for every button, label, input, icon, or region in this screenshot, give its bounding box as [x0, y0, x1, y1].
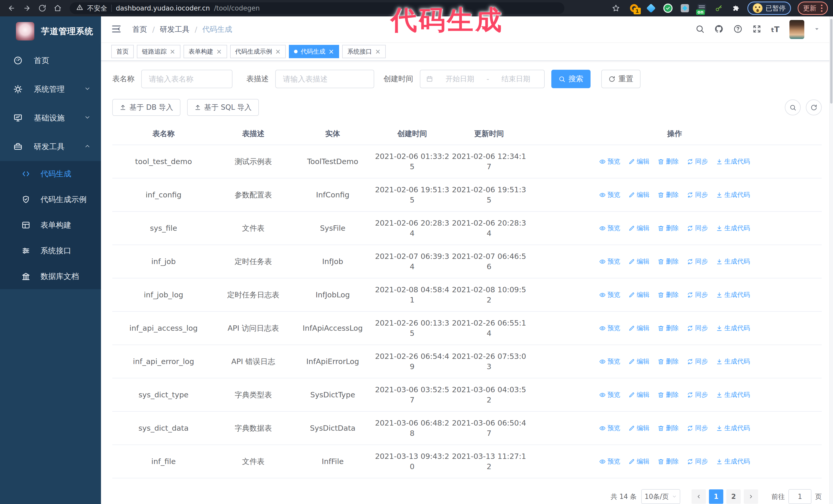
scrollbar-thumb[interactable] — [830, 19, 832, 103]
edit-action[interactable]: 编辑 — [628, 157, 649, 167]
preview-action[interactable]: 预览 — [599, 290, 620, 300]
browser-update-button[interactable]: 更新 — [798, 2, 828, 15]
delete-action[interactable]: 删除 — [658, 423, 679, 433]
preview-action[interactable]: 预览 — [599, 390, 620, 400]
header-search-icon[interactable] — [695, 24, 705, 34]
generate-code-action[interactable]: 生成代码 — [716, 390, 750, 400]
sync-action[interactable]: 同步 — [687, 323, 708, 333]
fullscreen-icon[interactable] — [752, 24, 761, 34]
sync-action[interactable]: 同步 — [687, 190, 708, 200]
generate-code-action[interactable]: 生成代码 — [716, 256, 750, 267]
browser-forward-button[interactable] — [21, 2, 33, 15]
preview-action[interactable]: 预览 — [599, 190, 620, 200]
preview-action[interactable]: 预览 — [599, 423, 620, 433]
more-vertical-icon[interactable] — [821, 5, 823, 12]
edit-action[interactable]: 编辑 — [628, 290, 649, 300]
sidebar-item-codegen-demo[interactable]: 代码生成示例 — [0, 187, 101, 212]
browser-home-button[interactable] — [51, 2, 64, 15]
tab-close-icon[interactable] — [328, 48, 334, 55]
import-sql-button[interactable]: 基于 SQL 导入 — [187, 99, 259, 116]
window-scrollbar[interactable] — [829, 17, 833, 504]
generate-code-action[interactable]: 生成代码 — [716, 190, 750, 200]
goto-page-input[interactable] — [788, 489, 811, 504]
tab-form-builder[interactable]: 表单构建 — [184, 45, 227, 58]
delete-action[interactable]: 删除 — [658, 256, 679, 267]
prev-page-button[interactable] — [691, 489, 706, 504]
sidebar-item-db-doc[interactable]: 数据库文档 — [0, 264, 101, 289]
preview-action[interactable]: 预览 — [599, 356, 620, 367]
extension-orange-icon[interactable]: 1 — [629, 3, 639, 13]
extension-check-icon[interactable] — [663, 3, 673, 13]
generate-code-action[interactable]: 生成代码 — [716, 456, 750, 466]
delete-action[interactable]: 删除 — [658, 390, 679, 400]
generate-code-action[interactable]: 生成代码 — [716, 157, 750, 167]
sidebar-item-form-builder[interactable]: 表单构建 — [0, 212, 101, 238]
sidebar-logo[interactable]: 芋道管理系统 — [0, 17, 101, 46]
sync-action[interactable]: 同步 — [687, 256, 708, 267]
reset-button[interactable]: 重置 — [601, 70, 641, 88]
edit-action[interactable]: 编辑 — [628, 190, 649, 200]
edit-action[interactable]: 编辑 — [628, 356, 649, 367]
sidebar-item-codegen[interactable]: 代码生成 — [0, 161, 101, 187]
extension-key-icon[interactable] — [714, 3, 724, 13]
breadcrumb-devtools[interactable]: 研发工具 — [160, 24, 190, 34]
sync-action[interactable]: 同步 — [687, 390, 708, 400]
extension-gem-icon[interactable] — [646, 3, 656, 13]
toggle-search-button[interactable] — [785, 99, 801, 115]
sync-action[interactable]: 同步 — [687, 456, 708, 466]
extensions-puzzle-icon[interactable] — [731, 3, 741, 13]
browser-back-button[interactable] — [5, 2, 18, 15]
delete-action[interactable]: 删除 — [658, 190, 679, 200]
sync-action[interactable]: 同步 — [687, 423, 708, 433]
import-db-button[interactable]: 基于 DB 导入 — [112, 99, 181, 116]
caret-down-icon[interactable] — [814, 26, 820, 33]
page-1-button[interactable]: 1 — [709, 489, 723, 504]
extension-grid-icon[interactable] — [680, 3, 690, 13]
sidebar-item-home[interactable]: 首页 — [0, 46, 101, 75]
sidebar-item-system[interactable]: 系统管理 — [0, 75, 101, 103]
bookmark-star-icon[interactable] — [610, 2, 622, 15]
preview-action[interactable]: 预览 — [599, 456, 620, 466]
extension-dark-icon[interactable]: on — [697, 3, 707, 13]
browser-reload-button[interactable] — [36, 2, 49, 15]
generate-code-action[interactable]: 生成代码 — [716, 356, 750, 367]
github-icon[interactable] — [714, 24, 723, 34]
generate-code-action[interactable]: 生成代码 — [716, 423, 750, 433]
tab-codegen[interactable]: 代码生成 — [289, 45, 339, 58]
edit-action[interactable]: 编辑 — [628, 456, 649, 466]
preview-action[interactable]: 预览 — [599, 256, 620, 267]
tab-tracing[interactable]: 链路追踪 — [137, 45, 181, 58]
edit-action[interactable]: 编辑 — [628, 323, 649, 333]
sync-action[interactable]: 同步 — [687, 223, 708, 233]
tab-close-icon[interactable] — [375, 48, 381, 55]
sync-action[interactable]: 同步 — [687, 290, 708, 300]
edit-action[interactable]: 编辑 — [628, 256, 649, 267]
help-icon[interactable] — [733, 24, 742, 34]
tab-system-api[interactable]: 系统接口 — [342, 45, 386, 58]
tab-codegen-demo[interactable]: 代码生成示例 — [230, 45, 286, 58]
sidebar-item-system-api[interactable]: 系统接口 — [0, 238, 101, 264]
user-avatar[interactable] — [789, 20, 804, 39]
profile-paused-badge[interactable]: 已暂停 — [747, 2, 791, 15]
tab-close-icon[interactable] — [170, 48, 175, 55]
tab-home[interactable]: 首页 — [111, 45, 134, 58]
edit-action[interactable]: 编辑 — [628, 390, 649, 400]
edit-action[interactable]: 编辑 — [628, 423, 649, 433]
breadcrumb-home[interactable]: 首页 — [132, 24, 147, 34]
search-button[interactable]: 搜索 — [551, 70, 591, 88]
refresh-table-button[interactable] — [806, 99, 822, 115]
sidebar-collapse-icon[interactable] — [111, 24, 121, 35]
generate-code-action[interactable]: 生成代码 — [716, 223, 750, 233]
tab-close-icon[interactable] — [216, 48, 222, 55]
preview-action[interactable]: 预览 — [599, 323, 620, 333]
table-name-input[interactable] — [141, 70, 233, 88]
sync-action[interactable]: 同步 — [687, 157, 708, 167]
delete-action[interactable]: 删除 — [658, 157, 679, 167]
table-desc-input[interactable] — [275, 70, 374, 88]
delete-action[interactable]: 删除 — [658, 356, 679, 367]
delete-action[interactable]: 删除 — [658, 456, 679, 466]
delete-action[interactable]: 删除 — [658, 290, 679, 300]
delete-action[interactable]: 删除 — [658, 223, 679, 233]
next-page-button[interactable] — [744, 489, 758, 504]
tab-close-icon[interactable] — [275, 48, 281, 55]
